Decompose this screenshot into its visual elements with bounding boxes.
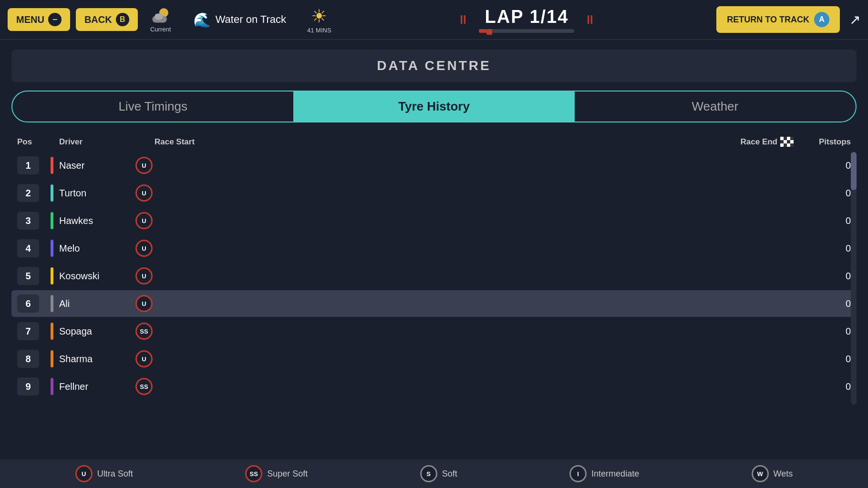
pitstops-value: 0 <box>846 298 851 309</box>
driver-color-bar <box>51 184 53 202</box>
legend-label-wets: Wets <box>774 469 793 479</box>
page-title: DATA CENTRE <box>11 50 857 82</box>
svg-rect-11 <box>780 143 784 147</box>
pause-icon-right: ⏸ <box>584 12 596 27</box>
table-row: 3 Hawkes U 0 <box>11 207 857 234</box>
driver-color-bar <box>51 378 53 395</box>
legend-item-ultra: U Ultra Soft <box>75 465 133 482</box>
svg-rect-14 <box>790 143 794 147</box>
svg-rect-2 <box>155 13 163 20</box>
return-to-track-button[interactable]: RETURN TO TRACK A <box>716 6 840 33</box>
svg-rect-4 <box>784 137 787 140</box>
tab-weather[interactable]: Weather <box>575 92 856 122</box>
tyre-badge-start: U <box>135 350 153 367</box>
header-driver: Driver <box>59 137 155 147</box>
scrollbar-track[interactable] <box>851 152 857 405</box>
lap-area: LAP 1/14 <box>479 7 574 33</box>
pos-badge: 4 <box>17 239 39 257</box>
header-race-start: Race Start <box>155 137 250 147</box>
pitstops-value: 0 <box>846 354 851 364</box>
driver-color-bar <box>51 267 53 285</box>
svg-rect-9 <box>787 140 790 143</box>
driver-color-bar <box>51 350 53 367</box>
tab-live-timings[interactable]: Live Timings <box>12 92 293 122</box>
tyre-badge-start: U <box>135 267 153 285</box>
table-row: 8 Sharma U 0 <box>11 346 857 372</box>
b-badge: B <box>116 13 129 26</box>
sun-icon: ☀ <box>311 6 327 27</box>
a-badge: A <box>814 12 829 27</box>
back-label: BACK <box>84 14 112 25</box>
legend-label-soft: Soft <box>442 469 457 479</box>
weather-label: Current <box>150 26 171 33</box>
lap-section: ⏸ LAP 1/14 ⏸ <box>343 7 711 33</box>
main-content: DATA CENTRE Live Timings Tyre History We… <box>0 40 868 414</box>
minus-icon: − <box>48 13 62 26</box>
legend-badge-wets: W <box>752 465 769 482</box>
table-header: Pos Driver Race Start Race End Pi <box>11 134 857 150</box>
header-pos: Pos <box>17 137 51 147</box>
return-label: RETURN TO TRACK <box>727 15 809 25</box>
table-row: 1 Naser U 0 <box>11 152 857 179</box>
pos-badge: 9 <box>17 377 39 396</box>
tab-tyre-history[interactable]: Tyre History <box>293 92 574 122</box>
pitstops-value: 0 <box>846 381 851 392</box>
pitstops-value: 0 <box>846 243 851 254</box>
tyre-badge-start: SS <box>135 378 153 395</box>
table-rows-container: 1 Naser U 0 2 Turton U 0 3 <box>11 152 857 405</box>
tyre-badge-start: U <box>135 184 153 202</box>
driver-name: Fellner <box>59 381 135 392</box>
driver-name: Naser <box>59 160 135 171</box>
svg-rect-6 <box>790 137 794 140</box>
table-row: 10 Hodges SS 0 <box>11 401 857 405</box>
table-row: 9 Fellner SS 0 <box>11 373 857 400</box>
svg-rect-12 <box>784 143 787 147</box>
legend-label-ultra: Ultra Soft <box>97 469 133 479</box>
driver-name: Sharma <box>59 354 135 365</box>
tyre-badge-start: SS <box>135 323 153 340</box>
table-row: 4 Melo U 0 <box>11 235 857 262</box>
legend-label-super: Super Soft <box>267 469 308 479</box>
legend-item-soft: S Soft <box>420 465 457 482</box>
tyre-badge-start: U <box>135 240 153 257</box>
menu-button[interactable]: MENU − <box>8 8 70 31</box>
table-row: 7 Sopaga SS 0 <box>11 318 857 345</box>
lap-text: LAP 1/14 <box>485 7 569 27</box>
driver-name: Sopaga <box>59 326 135 337</box>
menu-label: MENU <box>16 14 44 25</box>
legend-badge-soft: S <box>420 465 437 482</box>
tyre-badge-start: U <box>135 295 153 312</box>
water-icon: 🌊 <box>193 11 211 28</box>
scrollbar-thumb[interactable] <box>851 152 857 190</box>
pos-badge: 8 <box>17 350 39 368</box>
back-button[interactable]: BACK B <box>76 8 138 31</box>
pitstops-value: 0 <box>846 160 851 171</box>
water-track-text: Water on Track <box>216 13 286 26</box>
svg-rect-3 <box>780 137 784 140</box>
legend-item-super: SS Super Soft <box>245 465 308 482</box>
weather-icon <box>149 7 172 26</box>
legend-bar: U Ultra Soft SS Super Soft S Soft I Inte… <box>0 459 868 488</box>
svg-rect-8 <box>784 140 787 143</box>
pause-icon-left: ⏸ <box>457 12 469 27</box>
cursor-icon: ↗ <box>849 12 860 28</box>
driver-color-bar <box>51 295 53 312</box>
tabs-container: Live Timings Tyre History Weather <box>11 91 857 122</box>
legend-badge-super: SS <box>245 465 262 482</box>
lap-indicator <box>486 29 492 35</box>
header-pitstops: Pitstops <box>794 137 851 147</box>
svg-rect-5 <box>787 137 790 140</box>
sun-mins: 41 MINS <box>307 27 331 34</box>
tyre-badge-start: U <box>135 157 153 174</box>
water-track-section: 🌊 Water on Track <box>184 11 296 28</box>
weather-section: Current <box>144 7 178 33</box>
legend-item-wets: W Wets <box>752 465 793 482</box>
top-bar: MENU − BACK B Current 🌊 Water on Track ☀… <box>0 0 868 40</box>
pos-badge: 1 <box>17 156 39 174</box>
lap-progress-bar <box>479 29 574 33</box>
driver-color-bar <box>51 240 53 257</box>
driver-color-bar <box>51 323 53 340</box>
pitstops-value: 0 <box>846 326 851 336</box>
legend-badge-inter: I <box>569 465 587 482</box>
table-row: 2 Turton U 0 <box>11 180 857 206</box>
